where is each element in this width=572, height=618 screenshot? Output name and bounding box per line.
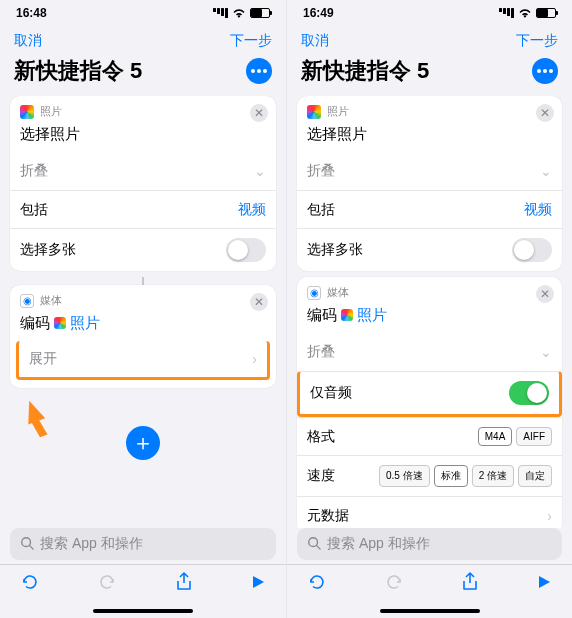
card-header: ◉ 媒体 [10,285,276,312]
page-title: 新快捷指令 5 [301,56,429,86]
expand-row[interactable]: 展开 › [16,341,270,380]
cellular-icon [213,8,228,18]
audio-only-toggle[interactable] [509,381,549,405]
select-multiple-row: 选择多张 [10,228,276,271]
connector-line [142,277,144,285]
remove-action-button[interactable]: ✕ [250,104,268,122]
chevron-down-icon: ⌄ [540,163,552,179]
more-button[interactable] [532,58,558,84]
expand-label: 展开 [29,350,57,368]
remove-action-button[interactable]: ✕ [536,285,554,303]
include-value: 视频 [524,201,552,219]
card-action-title: 选择照片 [297,123,562,152]
title-row: 新快捷指令 5 [0,54,286,96]
chevron-down-icon: ⌄ [540,344,552,360]
status-bar: 16:48 [0,0,286,26]
search-icon [20,536,34,553]
cancel-button[interactable]: 取消 [14,32,42,50]
multi-label: 选择多张 [20,241,76,259]
search-bar[interactable]: 搜索 App 和操作 [297,528,562,560]
card-action-title: 编码 照片 [297,304,562,333]
svg-line-3 [317,545,321,549]
svg-line-1 [30,545,34,549]
speed-segmented[interactable]: 0.5 倍速 标准 2 倍速 自定 [379,465,552,487]
variable-link[interactable]: 照片 [70,314,100,331]
redo-button [97,572,117,597]
cancel-button[interactable]: 取消 [301,32,329,50]
status-right [213,8,270,18]
redo-button [384,572,404,597]
speed-option[interactable]: 0.5 倍速 [379,465,430,487]
search-placeholder: 搜索 App 和操作 [327,535,430,553]
speed-option[interactable]: 标准 [434,465,468,487]
battery-icon [250,8,270,18]
undo-button[interactable] [20,572,40,597]
more-button[interactable] [246,58,272,84]
format-option[interactable]: AIFF [516,427,552,446]
chevron-right-icon: › [252,351,257,367]
card-app-label: 照片 [327,104,349,119]
bottom-toolbar [0,564,286,604]
nav-bar: 取消 下一步 [287,26,572,54]
card-header: ◉ 媒体 [297,277,562,304]
speed-label: 速度 [307,467,335,485]
card-action-title: 编码 照片 [10,312,276,341]
run-button[interactable] [250,574,266,595]
title-row: 新快捷指令 5 [287,54,572,96]
action-card-photos: 照片 ✕ 选择照片 折叠 ⌄ 包括 视频 选择多张 [10,96,276,271]
action-card-media: ◉ 媒体 ✕ 编码 照片 折叠 ⌄ 仅音频 格式 M4A AIFF [297,277,562,528]
speed-option[interactable]: 自定 [518,465,552,487]
select-multiple-toggle[interactable] [512,238,552,262]
photos-mini-icon [341,309,353,321]
add-action-button[interactable]: ＋ [126,426,160,460]
search-icon [307,536,321,553]
speed-row[interactable]: 速度 0.5 倍速 标准 2 倍速 自定 [297,455,562,496]
collapse-label: 折叠 [307,343,335,361]
share-button[interactable] [461,572,479,597]
undo-button[interactable] [307,572,327,597]
metadata-label: 元数据 [307,507,349,525]
next-button[interactable]: 下一步 [230,32,272,50]
chevron-right-icon: › [547,508,552,524]
audio-only-row: 仅音频 [297,371,562,417]
share-button[interactable] [175,572,193,597]
run-button[interactable] [536,574,552,595]
photos-mini-icon [54,317,66,329]
collapse-row[interactable]: 折叠 ⌄ [10,152,276,190]
collapse-label: 折叠 [307,162,335,180]
include-label: 包括 [307,201,335,219]
page-title: 新快捷指令 5 [14,56,142,86]
cellular-icon [499,8,514,18]
card-app-label: 媒体 [40,293,62,308]
next-button[interactable]: 下一步 [516,32,558,50]
variable-link[interactable]: 照片 [357,306,387,323]
card-header: 照片 [297,96,562,123]
home-indicator [0,604,286,618]
select-multiple-toggle[interactable] [226,238,266,262]
format-row[interactable]: 格式 M4A AIFF [297,417,562,455]
content-area: 照片 ✕ 选择照片 折叠 ⌄ 包括 视频 选择多张 ◉ 媒体 ✕ [287,96,572,528]
card-action-title: 选择照片 [10,123,276,152]
wifi-icon [518,8,532,18]
collapse-row[interactable]: 折叠 ⌄ [297,152,562,190]
speed-option[interactable]: 2 倍速 [472,465,514,487]
include-row[interactable]: 包括 视频 [297,190,562,228]
remove-action-button[interactable]: ✕ [250,293,268,311]
search-bar[interactable]: 搜索 App 和操作 [10,528,276,560]
wifi-icon [232,8,246,18]
format-segmented[interactable]: M4A AIFF [478,427,552,446]
bottom-toolbar [287,564,572,604]
collapse-label: 折叠 [20,162,48,180]
include-value: 视频 [238,201,266,219]
home-indicator [287,604,572,618]
remove-action-button[interactable]: ✕ [536,104,554,122]
chevron-down-icon: ⌄ [254,163,266,179]
status-time: 16:49 [303,6,334,20]
include-row[interactable]: 包括 视频 [10,190,276,228]
format-option[interactable]: M4A [478,427,513,446]
multi-label: 选择多张 [307,241,363,259]
collapse-row[interactable]: 折叠 ⌄ [297,333,562,371]
screen-left: 16:48 取消 下一步 新快捷指令 5 照片 ✕ 选择照片 折叠 ⌄ [0,0,286,618]
photos-app-icon [20,105,34,119]
metadata-row[interactable]: 元数据 › [297,496,562,528]
